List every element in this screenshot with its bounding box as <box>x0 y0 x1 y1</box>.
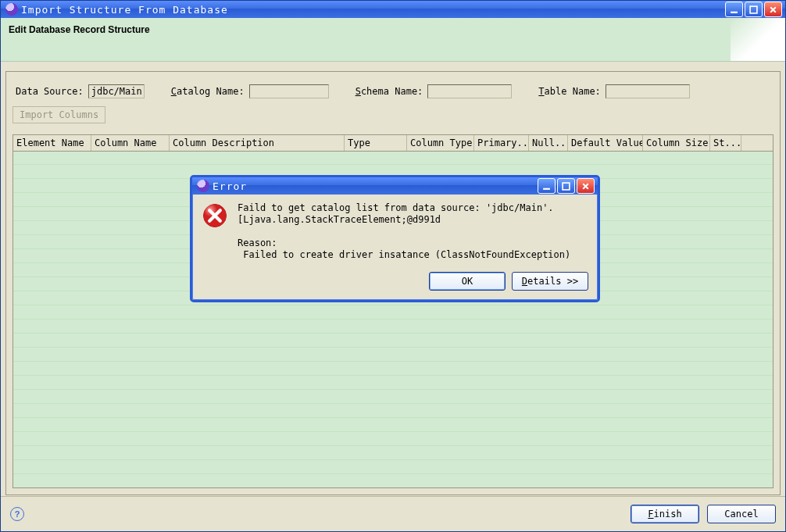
window-controls <box>725 2 782 17</box>
error-minimize-button[interactable] <box>538 178 556 194</box>
connection-form-row: Data Source: Catalog Name: Schema Name: … <box>13 84 775 98</box>
schema-name-label: Schema Name: <box>355 86 423 97</box>
column-header[interactable]: St... <box>710 135 741 151</box>
error-ok-button[interactable]: OK <box>429 272 506 291</box>
table-row <box>13 418 773 432</box>
data-source-input[interactable] <box>88 84 145 98</box>
page-title: Edit Database Record Structure <box>9 24 150 35</box>
help-icon[interactable]: ? <box>10 507 24 521</box>
column-header[interactable]: Column Description <box>170 135 345 151</box>
svg-rect-1 <box>750 6 757 13</box>
import-columns-button[interactable]: Import Columns <box>13 106 105 123</box>
error-close-button[interactable] <box>577 178 595 194</box>
table-row <box>13 151 773 165</box>
table-row <box>13 320 773 334</box>
header-decoration <box>731 18 785 61</box>
table-row <box>13 446 773 460</box>
table-row <box>13 362 773 376</box>
data-source-label: Data Source: <box>16 86 84 97</box>
error-window-controls <box>538 178 595 194</box>
error-maximize-button[interactable] <box>557 178 575 194</box>
table-name-input[interactable] <box>606 84 690 98</box>
column-header[interactable]: Type <box>345 135 407 151</box>
table-row <box>13 348 773 362</box>
eclipse-icon <box>197 180 209 192</box>
column-header[interactable]: Column Size <box>643 135 710 151</box>
catalog-name-input[interactable] <box>249 84 329 98</box>
table-row <box>13 390 773 404</box>
table-header: Element NameColumn NameColumn Descriptio… <box>13 135 773 152</box>
maximize-button[interactable] <box>745 2 763 17</box>
catalog-name-label: Catalog Name: <box>171 86 245 97</box>
svg-rect-3 <box>563 183 570 190</box>
window-title: Import Structure From Database <box>21 4 725 16</box>
error-titlebar[interactable]: Error <box>192 177 598 195</box>
error-button-bar: OK Details >> <box>192 266 598 300</box>
finish-button[interactable]: Finish <box>631 505 699 523</box>
error-title: Error <box>213 180 538 192</box>
column-header[interactable]: Column Name <box>91 135 170 151</box>
svg-rect-0 <box>731 11 738 12</box>
table-row <box>13 432 773 446</box>
table-row <box>13 404 773 418</box>
column-header[interactable]: Primary... <box>474 135 529 151</box>
close-button[interactable] <box>764 2 782 17</box>
column-header[interactable]: Element Name <box>13 135 91 151</box>
cancel-button[interactable]: Cancel <box>707 505 776 523</box>
schema-name-input[interactable] <box>427 84 512 98</box>
table-row <box>13 460 773 474</box>
table-row <box>13 334 773 348</box>
error-icon <box>202 202 228 229</box>
table-name-label: Table Name: <box>538 86 600 97</box>
table-row <box>13 376 773 390</box>
svg-rect-2 <box>543 187 550 189</box>
column-header[interactable]: Default Value <box>568 135 643 151</box>
wizard-header: Edit Database Record Structure <box>1 18 785 62</box>
wizard-button-bar: ? Finish Cancel <box>1 496 785 531</box>
error-message: Faild to get catalog list from data sour… <box>238 202 570 261</box>
error-details-button[interactable]: Details >> <box>512 272 588 291</box>
column-header[interactable]: Column Type <box>407 135 474 151</box>
window-titlebar[interactable]: Import Structure From Database <box>1 1 785 18</box>
error-dialog: Error Faild to get catalog list from dat… <box>190 175 600 302</box>
table-row <box>13 305 773 320</box>
minimize-button[interactable] <box>725 2 743 17</box>
eclipse-icon <box>5 3 18 16</box>
column-header[interactable]: Null... <box>529 135 568 151</box>
error-body: Faild to get catalog list from data sour… <box>192 195 598 266</box>
